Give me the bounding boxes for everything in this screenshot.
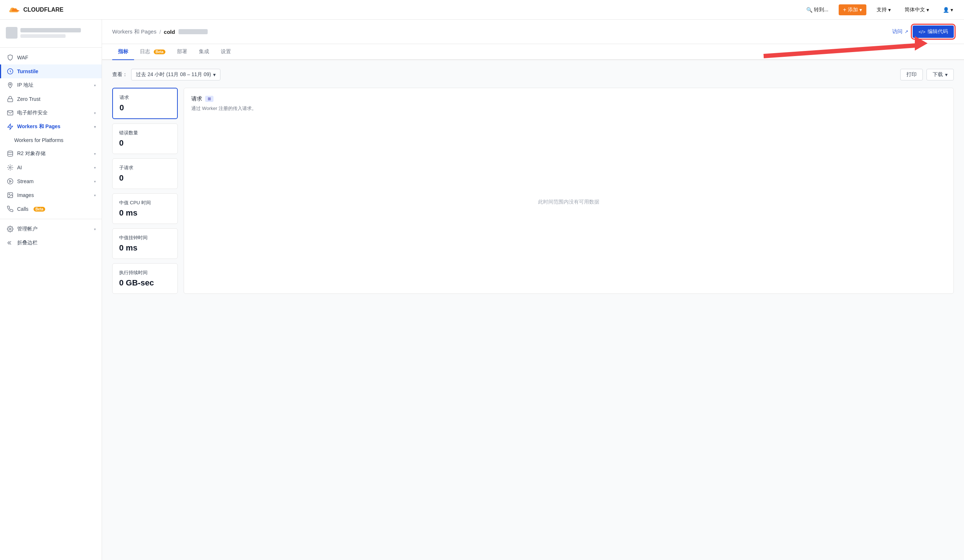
metric-card-cpu-time[interactable]: 中值 CPU 时间 0 ms	[112, 193, 178, 224]
tab-metrics[interactable]: 指标	[112, 44, 134, 60]
user-button[interactable]: 👤 ▾	[939, 5, 957, 15]
metric-card-errors[interactable]: 错误数量 0	[112, 123, 178, 154]
visit-label: 访问	[892, 28, 902, 35]
account-sub-placeholder	[20, 34, 65, 38]
metric-name-errors: 错误数量	[119, 130, 171, 136]
tab-integrate[interactable]: 集成	[193, 44, 215, 60]
sidebar-item-images[interactable]: Images ▾	[0, 188, 102, 202]
tab-settings-label: 设置	[221, 49, 231, 55]
chevron-right-icon: ▾	[94, 152, 96, 156]
gear-icon	[7, 226, 13, 232]
turnstile-icon	[7, 68, 13, 75]
tab-deploy-label: 部署	[177, 49, 187, 55]
print-label: 打印	[907, 71, 917, 78]
svg-marker-6	[10, 180, 11, 182]
cloudflare-logo-icon	[7, 5, 20, 14]
sidebar-item-stream[interactable]: Stream ▾	[0, 174, 102, 188]
chevron-down-icon: ▾	[860, 7, 862, 13]
zero-trust-icon	[7, 96, 13, 102]
metric-value-wall: 0 ms	[119, 243, 171, 253]
topnav-left: CLOUDFLARE	[7, 5, 64, 14]
chart-header: 请求 ⊞	[191, 96, 946, 102]
chart-badge: ⊞	[205, 96, 213, 102]
breadcrumb-parent[interactable]: Workers 和 Pages	[112, 28, 156, 35]
logo-text: CLOUDFLARE	[23, 6, 64, 13]
edit-code-button[interactable]: </> 编辑代码	[913, 26, 954, 38]
sidebar-item-waf[interactable]: WAF	[0, 50, 102, 65]
metric-card-duration[interactable]: 执行持续时间 0 GB-sec	[112, 263, 178, 294]
metric-value-duration: 0 GB-sec	[119, 278, 171, 288]
sidebar-item-label-wfp: Workers for Platforms	[14, 137, 64, 143]
sidebar-item-label-waf: WAF	[17, 55, 28, 60]
chevron-down-icon: ▾	[945, 72, 948, 78]
sidebar-item-turnstile[interactable]: Turnstile	[0, 65, 102, 78]
tab-deploy[interactable]: 部署	[171, 44, 193, 60]
download-button[interactable]: 下载 ▾	[927, 69, 954, 81]
sidebar-item-ip-address[interactable]: IP 地址 ▾	[0, 78, 102, 92]
metric-name-wall: 中值挂钟时间	[119, 234, 171, 241]
sidebar-divider-2	[0, 219, 102, 219]
sidebar-item-label-collapse: 折叠边栏	[17, 240, 37, 246]
sidebar-item-label-turnstile: Turnstile	[17, 68, 38, 74]
sidebar-item-email-security[interactable]: 电子邮件安全 ▾	[0, 106, 102, 120]
ai-icon	[7, 164, 13, 171]
sidebar-item-workers-platforms[interactable]: Workers for Platforms	[0, 134, 102, 147]
svg-point-4	[10, 167, 11, 169]
breadcrumb-separator: /	[159, 29, 161, 35]
sidebar-item-label-images: Images	[17, 192, 34, 198]
metric-name-duration: 执行持续时间	[119, 269, 171, 276]
avatar	[6, 27, 18, 39]
external-link-icon: ↗	[905, 29, 908, 34]
chart-description: 通过 Worker 注册的传入请求。	[191, 105, 946, 112]
metric-card-wall-time[interactable]: 中值挂钟时间 0 ms	[112, 228, 178, 259]
chart-title: 请求	[191, 96, 202, 102]
sidebar-item-zero-trust[interactable]: Zero Trust	[0, 92, 102, 106]
metric-card-requests[interactable]: 请求 0	[112, 88, 178, 119]
svg-point-9	[10, 228, 11, 230]
chevron-down-icon: ▾	[927, 7, 929, 13]
sidebar-item-label-wp: Workers 和 Pages	[17, 123, 60, 130]
sidebar-item-manage-account[interactable]: 管理帐户 ▾	[0, 222, 102, 236]
sidebar-item-label-r2: R2 对象存储	[17, 150, 46, 157]
edit-code-label: 编辑代码	[928, 28, 948, 35]
chevron-down-icon: ▾	[888, 7, 891, 13]
language-button[interactable]: 简体中文 ▾	[901, 4, 933, 15]
stream-icon	[7, 178, 13, 185]
breadcrumb-masked	[179, 29, 208, 34]
svg-point-5	[8, 179, 13, 184]
chevron-right-icon: ▾	[94, 111, 96, 115]
beta-badge-logs: Beta	[154, 50, 165, 54]
visit-button[interactable]: 访问 ↗	[892, 28, 908, 35]
svg-point-3	[8, 151, 13, 153]
tab-logs[interactable]: 日志 Beta	[134, 44, 171, 60]
content-area: 查看： 过去 24 小时 (11月 08 – 11月 09) ▾ 打印 下载 ▾	[102, 60, 964, 560]
shield-icon	[7, 54, 13, 61]
r2-icon	[7, 150, 13, 157]
main-content: Workers 和 Pages / cold 访问 ↗ </> 编辑代码 指标	[102, 19, 964, 560]
tab-settings[interactable]: 设置	[215, 44, 237, 60]
layout: WAF Turnstile IP 地址 ▾ Zero Trust	[0, 19, 964, 560]
chevron-down-icon: ▾	[951, 7, 953, 13]
metric-name-requests: 请求	[119, 94, 171, 101]
plus-icon: +	[843, 6, 846, 13]
sidebar-item-calls[interactable]: Calls Beta	[0, 202, 102, 216]
beta-badge-calls: Beta	[34, 207, 45, 211]
sidebar-item-workers-pages[interactable]: Workers 和 Pages ▾	[0, 120, 102, 134]
calls-icon	[7, 206, 13, 212]
search-button[interactable]: 🔍 转到...	[803, 4, 832, 15]
tabs-bar: 指标 日志 Beta 部署 集成 设置	[102, 44, 964, 60]
support-button[interactable]: 支持 ▾	[873, 4, 894, 15]
sidebar-item-collapse[interactable]: 折叠边栏	[0, 236, 102, 250]
chart-empty-message: 此时间范围内没有可用数据	[191, 118, 946, 286]
print-button[interactable]: 打印	[900, 69, 923, 81]
email-icon	[7, 110, 13, 116]
chevron-right-icon: ▾	[94, 227, 96, 231]
tab-logs-label: 日志	[140, 49, 150, 55]
sidebar-item-ai[interactable]: AI ▾	[0, 161, 102, 174]
add-button[interactable]: + 添加 ▾	[839, 4, 866, 15]
logo[interactable]: CLOUDFLARE	[7, 5, 64, 14]
sidebar-item-r2[interactable]: R2 对象存储 ▾	[0, 147, 102, 161]
time-range-select[interactable]: 过去 24 小时 (11月 08 – 11月 09) ▾	[131, 69, 220, 81]
metric-card-subrequests[interactable]: 子请求 0	[112, 158, 178, 189]
topnav: CLOUDFLARE 🔍 转到... + 添加 ▾ 支持 ▾ 简体中文 ▾ 👤 …	[0, 0, 964, 19]
